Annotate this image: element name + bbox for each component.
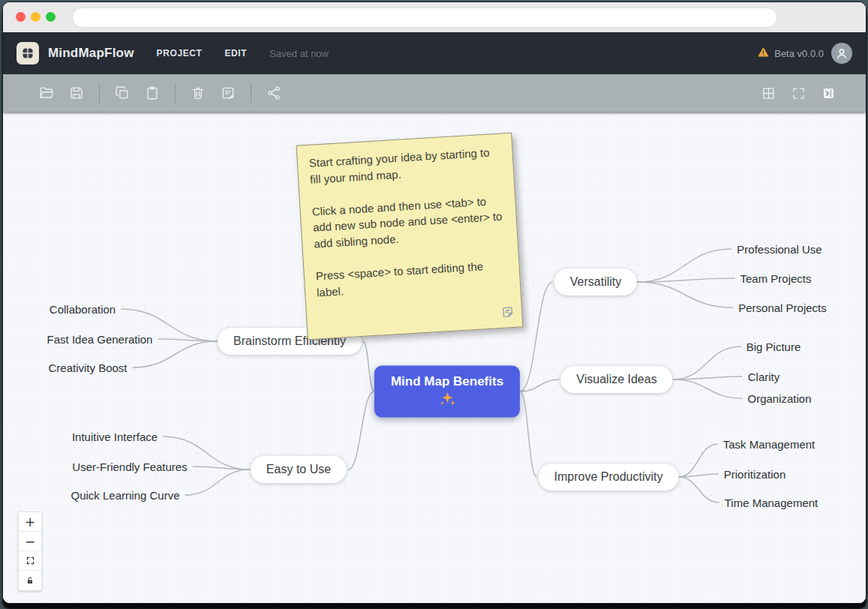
share-button[interactable] [263, 82, 284, 104]
close-window-button[interactable] [16, 12, 26, 22]
grid-layout-button[interactable] [758, 82, 779, 104]
fit-view-button[interactable] [19, 551, 41, 571]
zoom-in-button[interactable]: + [19, 512, 41, 532]
open-file-icon [38, 85, 55, 101]
app-header: MindMapFlow PROJECT EDIT Saved at now Be… [3, 32, 866, 74]
node-collaboration[interactable]: Collaboration [50, 303, 116, 316]
node-task[interactable]: Task Management [723, 438, 815, 451]
grid-layout-icon [761, 86, 776, 101]
node-personal[interactable]: Personal Projects [738, 302, 827, 314]
node-professional[interactable]: Professional Use [737, 243, 821, 256]
copy-icon [114, 85, 131, 101]
app-title: MindMapFlow [48, 46, 134, 61]
edge-root-easy [348, 392, 374, 470]
edge-root-versatility [520, 282, 553, 392]
note-paragraph: Start crafting your idea by starting to … [308, 144, 502, 188]
maximize-window-button[interactable] [46, 12, 56, 22]
edge-versatility-professional [637, 249, 731, 282]
node-intuitive[interactable]: Intuitive Interface [72, 430, 158, 443]
note-paragraph: Press <space> to start editing the label… [315, 256, 509, 301]
browser-address-bar[interactable] [72, 8, 777, 28]
lock-open-icon [25, 575, 35, 586]
node-easy[interactable]: Easy to Use [251, 456, 347, 483]
node-visualize[interactable]: Visualize Ideas [560, 366, 672, 393]
app-logo-icon [17, 42, 39, 64]
zoom-out-button[interactable]: − [19, 532, 41, 551]
edge-versatility-team [637, 278, 734, 282]
fit-view-icon [26, 556, 35, 566]
node-organization[interactable]: Organization [747, 392, 811, 405]
zoom-panel: + − [18, 512, 42, 591]
node-clarity[interactable]: Clarity [748, 370, 780, 383]
edge-improve-time [678, 477, 719, 502]
edge-improve-task [678, 444, 717, 477]
delete-button[interactable] [188, 82, 209, 104]
paste-button[interactable] [142, 82, 163, 104]
save-icon [68, 85, 85, 101]
toolbar-separator [175, 83, 176, 104]
copy-button[interactable] [112, 82, 133, 104]
fit-screen-button[interactable] [788, 82, 809, 104]
menu-edit[interactable]: EDIT [224, 48, 247, 58]
node-improve[interactable]: Improve Productivity [539, 464, 679, 490]
node-prioritization[interactable]: Prioritization [724, 468, 786, 481]
note-paragraph: Click a node and then use <tab> to add n… [311, 192, 506, 252]
edge-brainstorm-fast-idea [158, 339, 218, 341]
add-note-button[interactable] [218, 82, 239, 104]
share-icon [266, 85, 282, 101]
edge-root-brainstorm [363, 341, 374, 392]
edge-easy-user-friendly [193, 466, 251, 470]
sticky-note[interactable]: Start crafting your idea by starting to … [296, 133, 524, 340]
root-node-label: Mind Map Benefits [391, 374, 503, 390]
mindmap-canvas[interactable]: Start crafting your idea by starting to … [3, 112, 866, 603]
node-versatility[interactable]: Versatility [554, 268, 637, 296]
browser-titlebar [3, 2, 866, 32]
save-status: Saved at now [269, 48, 329, 59]
edge-easy-quick [185, 470, 251, 495]
save-button[interactable] [66, 82, 87, 104]
note-corner-icon [500, 304, 515, 322]
node-creativity[interactable]: Creativity Boost [48, 362, 127, 374]
add-note-icon [220, 85, 236, 101]
toolbar-separator [251, 83, 251, 104]
open-file-button[interactable] [36, 82, 57, 104]
node-fast-idea[interactable]: Fast Idea Generation [47, 333, 153, 346]
warning-icon [757, 46, 770, 61]
node-root[interactable]: Mind Map Benefits [374, 365, 520, 417]
toggle-panel-icon [821, 86, 836, 101]
node-team[interactable]: Team Projects [740, 272, 811, 285]
sparkles-icon [438, 392, 456, 407]
minimize-window-button[interactable] [31, 12, 41, 22]
toolbar-separator [99, 83, 100, 104]
user-avatar[interactable] [831, 43, 852, 64]
edge-visualize-organization [673, 380, 743, 398]
toggle-panel-button[interactable] [818, 82, 839, 104]
edge-versatility-personal [637, 282, 733, 308]
edge-root-improve [520, 392, 536, 477]
node-quick[interactable]: Quick Learning Curve [71, 489, 179, 502]
browser-window: MindMapFlow PROJECT EDIT Saved at now Be… [2, 2, 866, 604]
root-node-emoji [391, 392, 503, 410]
page-background: MindMapFlow PROJECT EDIT Saved at now Be… [0, 0, 868, 609]
beta-version-label: Beta v0.0.0 [774, 48, 824, 59]
trash-icon [190, 85, 206, 101]
beta-badge: Beta v0.0.0 [757, 46, 824, 61]
node-big-picture[interactable]: Big Picture [746, 340, 801, 353]
node-time[interactable]: Time Management [725, 496, 818, 509]
lock-button[interactable] [19, 571, 41, 590]
menu-project[interactable]: PROJECT [157, 48, 203, 58]
edge-visualize-big-picture [673, 346, 741, 380]
paste-icon [144, 85, 161, 101]
fit-screen-icon [791, 86, 806, 101]
node-user-friendly[interactable]: User-Friendly Features [72, 460, 187, 473]
toolbar [3, 74, 866, 112]
